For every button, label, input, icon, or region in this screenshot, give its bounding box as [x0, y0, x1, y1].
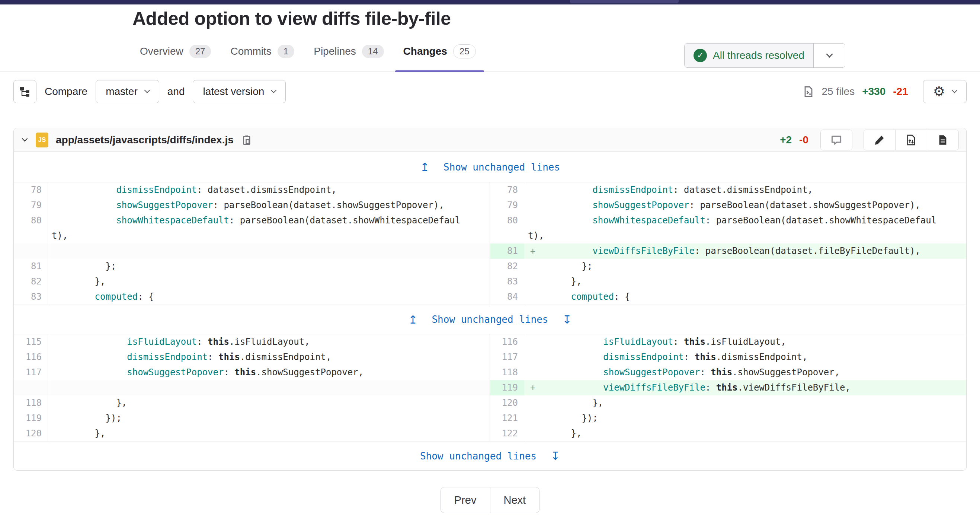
code-token: : parseBoolean(dataset.showSuggestPopove…: [689, 200, 920, 211]
diff-settings-button[interactable]: ⚙: [923, 80, 967, 103]
show-unchanged-link[interactable]: Show unchanged lines: [420, 450, 536, 462]
file-pagination: Prev Next: [0, 487, 980, 513]
target-version-value: latest version: [203, 86, 264, 97]
code-line: },: [524, 396, 966, 411]
show-unchanged-link[interactable]: Show unchanged lines: [444, 161, 560, 173]
threads-resolved-main[interactable]: ✓ All threads resolved: [684, 43, 814, 67]
code-token: dismissEndpoint: [127, 352, 208, 362]
tab-label: Changes: [403, 45, 447, 57]
tab-label: Commits: [230, 45, 271, 57]
diff-row: 119+ viewDiffsFileByFile: this.viewDiffs…: [490, 380, 966, 396]
line-number[interactable]: 116: [490, 334, 524, 350]
line-number[interactable]: 84: [490, 289, 524, 305]
chevron-down-icon: [826, 51, 833, 57]
next-button[interactable]: Next: [490, 487, 540, 513]
line-number[interactable]: 119: [14, 411, 48, 426]
line-number[interactable]: 119: [490, 380, 524, 396]
line-number[interactable]: 82: [490, 259, 524, 274]
line-number[interactable]: 79: [14, 198, 48, 213]
code-token: computed: [571, 292, 614, 302]
line-number[interactable]: 120: [490, 396, 524, 411]
code-line: showSuggestPopover: parseBoolean(dataset…: [524, 198, 966, 213]
show-unchanged-link[interactable]: Show unchanged lines: [431, 314, 548, 325]
tab-changes[interactable]: Changes25: [394, 31, 485, 72]
diff-row: 121 });: [490, 411, 966, 426]
line-number[interactable]: 78: [490, 182, 524, 198]
edit-file-button[interactable]: [864, 129, 896, 150]
code-line: },: [524, 274, 966, 289]
line-number[interactable]: 81: [490, 244, 524, 259]
code-line: showSuggestPopover: this.showSuggestPopo…: [48, 365, 490, 380]
line-number[interactable]: 83: [14, 289, 48, 305]
code-token: computed: [95, 292, 138, 302]
diff-row: 83 },: [490, 274, 966, 289]
copy-path-button[interactable]: [241, 134, 252, 145]
code-line: dismissEndpoint: dataset.dismissEndpoint…: [524, 182, 966, 198]
file-arrows-icon: [905, 134, 917, 145]
diff-row: 78 dismissEndpoint: dataset.dismissEndpo…: [490, 182, 966, 198]
line-number[interactable]: 79: [490, 198, 524, 213]
line-number: [14, 244, 48, 259]
file-path[interactable]: app/assets/javascripts/diffs/index.js: [56, 134, 234, 146]
code-line: isFluidLayout: this.isFluidLayout,: [48, 334, 490, 350]
source-branch-value: master: [106, 86, 138, 97]
toggle-comments-button[interactable]: [820, 129, 853, 150]
chevron-down-icon: [271, 88, 277, 93]
expand-up-icon[interactable]: ↥: [408, 313, 417, 326]
tab-pipelines[interactable]: Pipelines14: [304, 31, 393, 72]
code-token: [528, 246, 592, 256]
code-line: showSuggestPopover: parseBoolean(dataset…: [48, 198, 490, 213]
line-number[interactable]: 81: [14, 259, 48, 274]
code-line: + viewDiffsFileByFile: parseBoolean(data…: [524, 244, 966, 259]
line-number[interactable]: 80: [490, 213, 524, 244]
tab-overview[interactable]: Overview27: [130, 31, 221, 72]
line-number[interactable]: 78: [14, 182, 48, 198]
line-number[interactable]: 80: [14, 213, 48, 244]
code-token: : {: [614, 292, 630, 302]
code-token: [52, 367, 127, 378]
line-number[interactable]: 117: [14, 365, 48, 380]
diff-row: 78 dismissEndpoint: dataset.dismissEndpo…: [14, 182, 490, 198]
prev-button[interactable]: Prev: [441, 487, 490, 513]
line-number[interactable]: 118: [490, 365, 524, 380]
line-number[interactable]: 82: [14, 274, 48, 289]
clipboard-icon: [241, 134, 252, 145]
line-number[interactable]: 121: [490, 411, 524, 426]
view-file-button[interactable]: [927, 129, 959, 150]
code-token: viewDiffsFileByFile: [592, 246, 695, 256]
line-number[interactable]: 116: [14, 350, 48, 365]
target-version-dropdown[interactable]: latest version: [193, 80, 286, 103]
code-token: :: [705, 382, 716, 393]
code-line: });: [48, 411, 490, 426]
expand-down-icon[interactable]: ↧: [563, 313, 572, 326]
tab-commits[interactable]: Commits1: [221, 31, 304, 72]
code-token: },: [528, 276, 582, 287]
navbar-search-field[interactable]: [570, 0, 679, 3]
line-number[interactable]: 83: [490, 274, 524, 289]
code-token: showSuggestPopover: [603, 367, 700, 378]
diff-row: 119 });: [14, 411, 490, 426]
line-number[interactable]: 115: [14, 334, 48, 350]
file-tree-toggle-button[interactable]: [13, 80, 37, 103]
code-token: :: [197, 337, 208, 347]
code-line: },: [48, 274, 490, 289]
line-number[interactable]: 120: [14, 426, 48, 441]
code-token: this: [208, 337, 229, 347]
threads-dropdown-toggle[interactable]: [814, 43, 845, 67]
code-token: dismissEndpoint: [603, 352, 684, 362]
page-title: Added option to view diffs file-by-file: [132, 7, 980, 30]
expand-up-icon[interactable]: ↥: [420, 160, 430, 174]
code-token: showWhitespaceDefault: [592, 215, 705, 226]
source-branch-dropdown[interactable]: master: [95, 80, 159, 103]
threads-resolved-button: ✓ All threads resolved: [684, 43, 845, 68]
line-number[interactable]: 117: [490, 350, 524, 365]
file-collapse-button[interactable]: [21, 139, 28, 141]
expand-down-icon[interactable]: ↧: [550, 449, 560, 463]
replace-file-button[interactable]: [895, 129, 927, 150]
diff-row: 120 },: [14, 426, 490, 441]
line-number[interactable]: 122: [490, 426, 524, 441]
code-token: this: [234, 367, 256, 378]
line-number[interactable]: 118: [14, 396, 48, 411]
chevron-down-icon: [22, 136, 28, 142]
code-token: this: [218, 352, 240, 362]
